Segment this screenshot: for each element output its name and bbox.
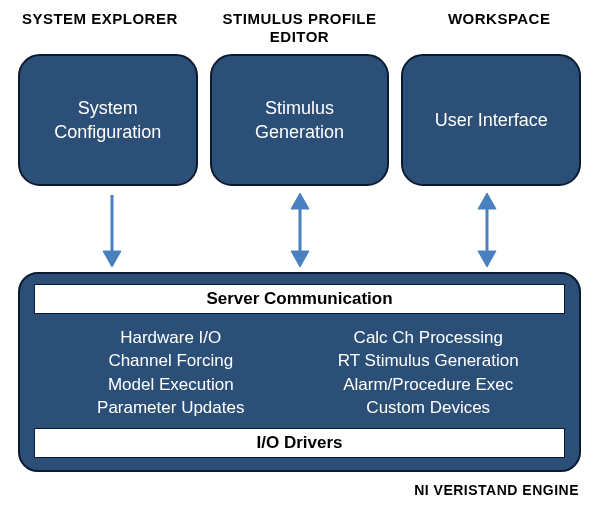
svg-marker-4: [291, 251, 309, 267]
svg-marker-1: [103, 251, 121, 267]
feature-channel-forcing: Channel Forcing: [108, 351, 233, 371]
band-server-communication: Server Communication: [34, 284, 565, 314]
feature-rt-stimulus-generation: RT Stimulus Generation: [338, 351, 519, 371]
band-io-drivers: I/O Drivers: [34, 428, 565, 458]
features-area: Hardware I/O Channel Forcing Model Execu…: [34, 322, 565, 420]
features-left-col: Hardware I/O Channel Forcing Model Execu…: [42, 326, 300, 420]
box-user-interface: User Interface: [401, 54, 581, 186]
top-header-row: SYSTEM EXPLORER STIMULUS PROFILE EDITOR …: [0, 10, 599, 46]
header-workspace: WORKSPACE: [399, 10, 599, 46]
svg-marker-7: [478, 251, 496, 267]
engine-label: NI VERISTAND ENGINE: [414, 482, 579, 498]
feature-custom-devices: Custom Devices: [366, 398, 490, 418]
arrow-down-icon: [99, 191, 125, 269]
box-system-configuration: System Configuration: [18, 54, 198, 186]
arrow-bidirectional-icon: [287, 191, 313, 269]
feature-hardware-io: Hardware I/O: [120, 328, 221, 348]
feature-alarm-procedure-exec: Alarm/Procedure Exec: [343, 375, 513, 395]
arrows-row: [18, 190, 581, 270]
arrow-bidirectional-icon: [474, 191, 500, 269]
server-box: Server Communication Hardware I/O Channe…: [18, 272, 581, 472]
top-boxes-row: System Configuration Stimulus Generation…: [18, 54, 581, 186]
feature-calc-ch-processing: Calc Ch Processing: [354, 328, 503, 348]
svg-marker-2: [291, 193, 309, 209]
feature-model-execution: Model Execution: [108, 375, 234, 395]
features-right-col: Calc Ch Processing RT Stimulus Generatio…: [300, 326, 558, 420]
svg-marker-5: [478, 193, 496, 209]
feature-parameter-updates: Parameter Updates: [97, 398, 244, 418]
header-stimulus-profile-editor: STIMULUS PROFILE EDITOR: [200, 10, 400, 46]
header-system-explorer: SYSTEM EXPLORER: [0, 10, 200, 46]
box-stimulus-generation: Stimulus Generation: [210, 54, 390, 186]
